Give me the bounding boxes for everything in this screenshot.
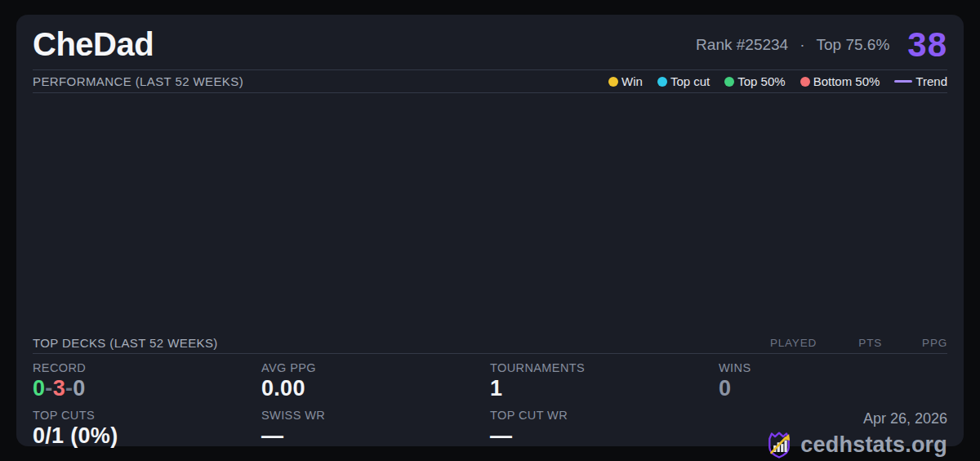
record-wins: 0 [33,376,45,401]
top-percent-text: Top 75.6% [816,36,889,54]
top-decks-column-headers: PLAYED PTS PPG [751,337,947,349]
record-separator-2: - [65,376,73,401]
record-losses: 3 [53,376,65,401]
player-name: CheDad [33,26,154,63]
site-name: cedhstats.org [800,432,947,458]
top-cut-dot-icon [657,77,667,87]
performance-section-title: PERFORMANCE (LAST 52 WEEKS) [33,74,243,88]
stat-top-cuts-label: TOP CUTS [33,409,261,422]
column-header-played: PLAYED [751,337,817,349]
legend-label-trend: Trend [915,74,947,88]
stats-row-2: TOP CUTS 0/1 (0%) SWISS WR — TOP CUT WR … [33,401,947,459]
bottom-50-dot-icon [800,77,810,87]
card-header: CheDad Rank #25234 · Top 75.6% 38 [33,15,947,70]
top-50-dot-icon [724,77,734,87]
stat-wins-value: 0 [719,376,947,401]
site-branding: cedhstats.org [764,430,947,459]
stat-top-cuts-value: 0/1 (0%) [33,423,261,449]
record-separator-1: - [45,376,52,401]
stat-record-value: 0-3-0 [33,376,261,401]
card-date: Apr 26, 2026 [863,410,947,427]
column-header-ppg: PPG [882,337,947,349]
player-score: 38 [907,25,947,65]
stat-tournaments-label: TOURNAMENTS [490,361,719,374]
stat-top-cut-wr: TOP CUT WR — [490,409,719,459]
legend-item-win: Win [608,74,643,88]
legend-item-trend: Trend [894,74,947,88]
legend-label-top-50: Top 50% [737,74,785,88]
legend-label-bottom-50: Bottom 50% [813,74,880,88]
top-decks-header: TOP DECKS (LAST 52 WEEKS) PLAYED PTS PPG [33,332,947,354]
win-dot-icon [608,77,618,87]
stat-tournaments: TOURNAMENTS 1 [490,361,719,401]
rank-summary: Rank #25234 · Top 75.6% 38 [696,25,947,65]
performance-chart-plot-area [33,93,947,332]
stat-avg-ppg-value: 0.00 [261,376,490,401]
column-header-pts: PTS [817,337,882,349]
card-footer: Apr 26, 2026 cedhstats.org [719,409,947,459]
top-decks-section-title: TOP DECKS (LAST 52 WEEKS) [33,336,218,350]
legend-label-win: Win [621,74,643,88]
trend-line-icon [894,80,912,83]
legend-item-bottom-50: Bottom 50% [800,74,880,88]
player-stats-card: CheDad Rank #25234 · Top 75.6% 38 PERFOR… [16,15,964,446]
stat-top-cuts: TOP CUTS 0/1 (0%) [33,409,261,459]
stat-avg-ppg-label: AVG PPG [261,361,490,374]
legend-label-top-cut: Top cut [670,74,710,88]
stat-tournaments-value: 1 [490,376,719,401]
stat-record-label: RECORD [33,361,261,374]
performance-header: PERFORMANCE (LAST 52 WEEKS) Win Top cut … [33,70,947,93]
stat-swiss-wr-label: SWISS WR [261,409,490,422]
chart-legend: Win Top cut Top 50% Bottom 50% Trend [608,74,947,88]
stat-wins: WINS 0 [719,361,947,401]
stat-top-cut-wr-value: — [490,423,719,449]
rank-separator-dot: · [800,36,804,54]
stat-top-cut-wr-label: TOP CUT WR [490,409,719,422]
stat-swiss-wr-value: — [261,423,490,449]
stat-record: RECORD 0-3-0 [33,361,261,401]
stat-swiss-wr: SWISS WR — [261,409,490,459]
record-draws: 0 [73,376,85,401]
legend-item-top-50: Top 50% [724,74,785,88]
stat-avg-ppg: AVG PPG 0.00 [261,361,490,401]
legend-item-top-cut: Top cut [657,74,710,88]
stat-wins-label: WINS [719,361,947,374]
rank-text: Rank #25234 [696,36,788,54]
stats-row-1: RECORD 0-3-0 AVG PPG 0.00 TOURNAMENTS 1 … [33,354,947,401]
cedhstats-logo-icon [764,430,794,459]
